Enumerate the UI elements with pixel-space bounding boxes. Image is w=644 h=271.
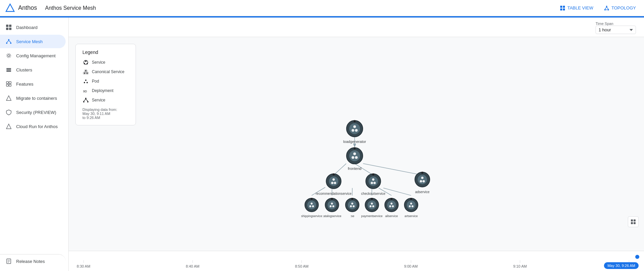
node-loadgenerator[interactable]: loadgenerator [343, 120, 366, 144]
svg-point-94 [421, 177, 424, 179]
svg-point-82 [334, 182, 336, 184]
legend-item-service: Service [82, 59, 129, 66]
svg-point-17 [10, 42, 11, 44]
anthos-logo-icon [5, 3, 15, 13]
svg-line-9 [607, 7, 608, 9]
svg-point-46 [84, 82, 85, 83]
svg-rect-2 [563, 6, 565, 8]
node-se[interactable]: :se [346, 198, 359, 218]
node-shippingservice[interactable]: shippingservice [301, 198, 322, 218]
svg-rect-27 [6, 84, 8, 86]
dashboard-icon [5, 24, 12, 31]
node-paymentservice[interactable]: paymentservice [361, 198, 383, 218]
svg-point-131 [392, 205, 394, 207]
svg-point-115 [351, 203, 353, 205]
node-artservice[interactable]: artservice [404, 198, 418, 218]
svg-point-139 [410, 198, 412, 200]
grid-layout-button[interactable] [628, 216, 639, 227]
time-span-select[interactable]: 1 hour 3 hours 6 hours 12 hours 1 day 7 … [596, 26, 636, 34]
sidebar-label-migrate: Migrate to containers [16, 96, 57, 101]
svg-point-87 [372, 178, 374, 181]
node-ailservice[interactable]: ailservice [385, 198, 398, 218]
sidebar-label-release-notes: Release Notes [16, 259, 45, 264]
tick-910: 9:10 AM [513, 260, 527, 268]
topology-svg: loadgenerator frontend [69, 37, 644, 251]
service-mesh-icon [5, 38, 12, 45]
svg-point-21 [7, 54, 11, 58]
content-area: Time Span 1 hour 3 hours 6 hours 12 hour… [69, 18, 644, 271]
node-frontend[interactable]: frontend [347, 147, 363, 171]
svg-point-100 [307, 201, 316, 209]
svg-point-72 [349, 150, 360, 161]
svg-point-75 [355, 156, 358, 159]
svg-rect-24 [6, 71, 11, 72]
topology-button[interactable]: TOPOLOGY [601, 3, 639, 13]
sidebar-item-migrate[interactable]: Migrate to containers [0, 91, 66, 105]
svg-point-124 [372, 205, 374, 207]
node-checkoutservice[interactable]: checkoutservice [361, 174, 385, 195]
sidebar-item-release-notes[interactable]: Release Notes [0, 254, 66, 268]
svg-text:shippingservice: shippingservice [301, 214, 322, 218]
svg-rect-143 [631, 222, 633, 224]
node-catalogservice[interactable]: :atalogservice [323, 198, 342, 218]
sidebar-item-config-management[interactable]: Config Management [0, 49, 66, 62]
clusters-icon [5, 66, 12, 73]
release-notes-icon [5, 258, 12, 265]
legend-service2-icon [82, 97, 89, 103]
node-adservice[interactable]: adservice [415, 172, 430, 193]
svg-rect-142 [634, 219, 636, 221]
svg-rect-4 [563, 8, 565, 10]
svg-point-73 [353, 152, 356, 155]
svg-point-108 [331, 203, 333, 205]
table-view-button[interactable]: TABLE VIEW [557, 3, 596, 13]
svg-point-121 [367, 201, 376, 209]
svg-rect-28 [9, 84, 11, 86]
timeline-now-badge: May 30, 9:26 AM [604, 262, 639, 269]
sidebar-item-features[interactable]: Features [0, 77, 66, 91]
svg-point-130 [389, 205, 391, 207]
svg-text:recommendationservice: recommendationservice [316, 192, 352, 195]
svg-point-97 [421, 172, 423, 174]
page-title: Anthos Service Mesh [45, 5, 557, 11]
top-bar: Anthos Anthos Service Mesh TABLE VIEW TO… [0, 0, 644, 16]
svg-point-20 [8, 55, 10, 57]
legend-pod-icon [82, 78, 89, 85]
svg-point-68 [355, 129, 358, 132]
sidebar-label-features: Features [16, 82, 33, 87]
svg-point-114 [348, 201, 357, 209]
timeline-ticks: 8:30 AM 8:40 AM 8:50 AM 9:00 AM 9:10 AM [69, 260, 644, 268]
svg-line-18 [7, 40, 9, 42]
svg-point-69 [354, 120, 356, 122]
sidebar-item-dashboard[interactable]: Dashboard [0, 21, 66, 34]
sidebar-item-cloud-run[interactable]: Cloud Run for Anthos [0, 120, 66, 133]
svg-point-137 [409, 205, 411, 207]
tick-830: 8:30 AM [77, 260, 90, 268]
svg-text:loadgenerator: loadgenerator [343, 140, 366, 144]
svg-point-45 [85, 80, 86, 81]
svg-line-53 [86, 99, 88, 101]
config-icon [5, 52, 12, 59]
svg-point-103 [312, 205, 314, 207]
svg-marker-29 [6, 96, 11, 100]
tick-900: 9:00 AM [404, 260, 418, 268]
node-recommendationservice[interactable]: recommendationservice [316, 174, 352, 195]
svg-rect-12 [9, 25, 11, 27]
legend-item-pod: Pod [82, 78, 129, 85]
svg-rect-25 [6, 82, 8, 84]
table-view-icon [560, 5, 565, 11]
sidebar-label-cloud-run: Cloud Run for Anthos [16, 124, 58, 129]
svg-point-96 [423, 180, 425, 182]
svg-point-41 [86, 72, 88, 74]
sidebar-item-clusters[interactable]: Clusters [0, 63, 66, 77]
legend-canonical-icon [82, 68, 89, 75]
svg-rect-11 [6, 25, 8, 27]
tick-label-900: 9:00 AM [404, 264, 418, 268]
svg-point-38 [86, 63, 88, 64]
legend-item-deployment: 9D Deployment [82, 87, 129, 94]
svg-point-83 [333, 174, 335, 176]
sidebar-item-security[interactable]: Security (PREVIEW) [0, 106, 66, 119]
svg-point-110 [332, 205, 334, 207]
cloud-run-icon [5, 123, 12, 130]
svg-line-19 [9, 40, 11, 42]
sidebar-item-service-mesh[interactable]: Service Mesh [0, 35, 66, 48]
